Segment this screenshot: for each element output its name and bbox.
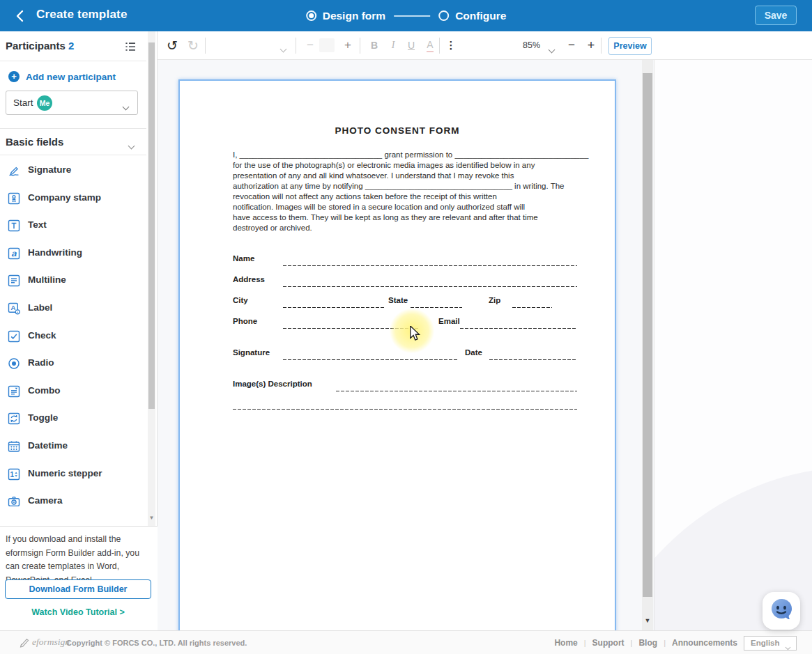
- header-bar: Create template Design form Configure Sa…: [0, 0, 812, 31]
- sidebar-field-handwriting[interactable]: aHandwriting: [0, 240, 146, 267]
- sidebar-field-radio[interactable]: Radio: [0, 350, 146, 377]
- more-options-kebab-button[interactable]: ⋮: [443, 36, 459, 55]
- sidebar-field-toggle[interactable]: Toggle: [0, 405, 146, 433]
- footer-bar: eformsign Copyright © FORCS CO., LTD. Al…: [0, 630, 812, 654]
- preview-button[interactable]: Preview: [608, 37, 652, 55]
- sidebar-field-signature[interactable]: Signature: [0, 157, 146, 185]
- basic-fields-list: SignatureCompany stampTextaHandwritingMu…: [0, 157, 146, 526]
- radio-selected-icon: [306, 10, 316, 21]
- canvas-scrollbar-thumb[interactable]: [643, 73, 652, 597]
- field-item-label: Combo: [28, 385, 61, 396]
- divider: |: [631, 639, 633, 647]
- zoom-out-button[interactable]: −: [564, 36, 579, 55]
- participant-role-select[interactable]: Start Me: [6, 91, 138, 115]
- svg-text:a: a: [11, 249, 17, 258]
- page-title: Create template: [36, 8, 128, 22]
- datetime-icon: [7, 439, 21, 453]
- bold-button[interactable]: B: [367, 36, 382, 55]
- zoom-in-button[interactable]: +: [583, 36, 599, 55]
- font-size-decrease-button[interactable]: −: [302, 36, 318, 55]
- field-item-label: Radio: [28, 357, 54, 368]
- footer-link-announcements[interactable]: Announcements: [672, 638, 737, 648]
- field-label: Phone: [233, 317, 257, 325]
- sidebar-scroll-down-arrow[interactable]: ▼: [148, 515, 155, 522]
- divider: |: [664, 639, 666, 647]
- svg-text:A: A: [10, 304, 15, 311]
- intro-line: authorization at any time by notifying _…: [233, 181, 581, 192]
- back-button[interactable]: [13, 8, 28, 24]
- field-label: Image(s) Description: [233, 380, 312, 388]
- intro-line: have access to them. They will be kept a…: [233, 212, 581, 223]
- sidebar-field-company-stamp[interactable]: Company stamp: [0, 185, 146, 212]
- field-item-label: Company stamp: [28, 192, 101, 203]
- divider: |: [584, 639, 586, 647]
- blank-line: [283, 275, 577, 287]
- font-size-input[interactable]: [319, 38, 335, 52]
- blank-line: [283, 296, 385, 308]
- chat-support-button[interactable]: [763, 592, 800, 630]
- field-item-label: Check: [28, 330, 56, 341]
- chevron-down-icon[interactable]: [549, 42, 554, 55]
- divider: [0, 128, 146, 129]
- text-icon: [7, 219, 21, 233]
- sidebar: Participants2 + Add new participant Star…: [0, 31, 158, 630]
- language-value: English: [751, 639, 780, 647]
- blank-line: [233, 398, 577, 410]
- signature-icon: [7, 164, 21, 178]
- participants-title: Participants2: [6, 40, 74, 52]
- add-participant-label: Add new participant: [26, 72, 116, 82]
- redo-button[interactable]: ↻: [184, 36, 202, 55]
- font-size-increase-button[interactable]: +: [340, 36, 355, 55]
- watch-video-tutorial-link[interactable]: Watch Video Tutorial >: [0, 607, 156, 617]
- sidebar-field-multiline[interactable]: Multiline: [0, 267, 146, 295]
- handwriting-icon: a: [7, 247, 21, 260]
- form-builder-promo-panel: If you download and install the eformsig…: [0, 526, 158, 630]
- sidebar-field-datetime[interactable]: Datetime: [0, 433, 146, 460]
- add-participant-button[interactable]: + Add new participant: [8, 71, 116, 82]
- combo-icon: [7, 384, 21, 398]
- multiline-icon: [7, 274, 21, 288]
- basic-fields-title: Basic fields: [6, 136, 63, 148]
- logo-text: eformsign: [32, 637, 70, 648]
- sidebar-field-camera[interactable]: Camera: [0, 488, 146, 515]
- footer-link-support[interactable]: Support: [592, 638, 625, 648]
- save-button[interactable]: Save: [755, 6, 797, 25]
- participants-count: 2: [68, 40, 74, 52]
- field-label: Address: [233, 275, 265, 283]
- basic-fields-section-header[interactable]: Basic fields: [0, 134, 146, 155]
- document-page[interactable]: PHOTO CONSENT FORM I, __________________…: [178, 79, 616, 630]
- sidebar-field-partial[interactable]: [0, 515, 146, 526]
- font-family-select[interactable]: [210, 37, 289, 54]
- sidebar-scrollbar-thumb[interactable]: [148, 42, 155, 409]
- plus-circle-icon: +: [8, 71, 20, 82]
- sidebar-field-combo[interactable]: Combo: [0, 377, 146, 405]
- underline-button[interactable]: U: [404, 36, 419, 55]
- canvas-scroll-down-arrow[interactable]: ▼: [642, 617, 653, 624]
- step-design-form[interactable]: Design form: [306, 10, 385, 22]
- download-form-builder-button[interactable]: Download Form Builder: [5, 579, 151, 599]
- intro-line: for the use of the photograph(s) or elec…: [233, 160, 581, 171]
- language-select[interactable]: English: [744, 636, 797, 651]
- field-item-label: Numeric stepper: [28, 468, 102, 478]
- footer-link-home[interactable]: Home: [554, 638, 577, 648]
- divider: [439, 38, 440, 54]
- field-item-label: Handwriting: [28, 247, 82, 258]
- font-color-button[interactable]: A: [422, 36, 438, 55]
- blank-line: [283, 254, 577, 266]
- zoom-level-value[interactable]: 85%: [523, 40, 540, 50]
- me-badge: Me: [37, 95, 52, 111]
- sidebar-field-numeric-stepper[interactable]: 1Numeric stepper: [0, 460, 146, 488]
- italic-button[interactable]: I: [385, 36, 401, 55]
- participants-list-icon[interactable]: [123, 40, 137, 54]
- sidebar-field-text[interactable]: Text: [0, 212, 146, 240]
- sidebar-field-label[interactable]: ALabel: [0, 295, 146, 322]
- divider: [0, 61, 146, 61]
- undo-button[interactable]: ↺: [163, 36, 181, 55]
- document-canvas: PHOTO CONSENT FORM I, __________________…: [158, 60, 654, 630]
- field-label: Zip: [489, 296, 500, 304]
- sidebar-field-check[interactable]: Check: [0, 322, 146, 350]
- step-configure[interactable]: Configure: [438, 10, 506, 22]
- field-item-label: Multiline: [28, 274, 66, 285]
- footer-link-blog[interactable]: Blog: [638, 638, 657, 648]
- field-item-label: Signature: [28, 164, 71, 175]
